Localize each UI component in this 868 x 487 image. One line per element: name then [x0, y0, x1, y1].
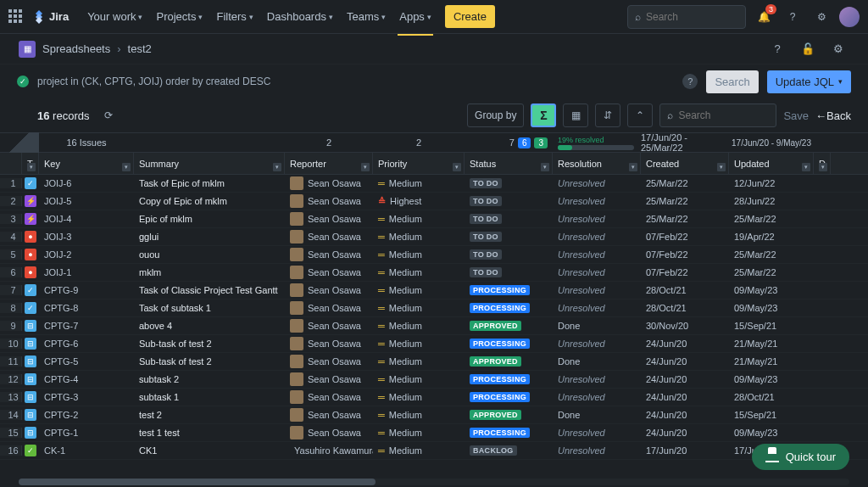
breadcrumb-page[interactable]: test2 [128, 42, 152, 55]
table-row[interactable]: 7✓CPTG-9Task of Classic Project Test Gan… [0, 282, 868, 299]
collapse-icon[interactable]: ⌃ [627, 104, 653, 127]
issue-key[interactable]: CPTG-2 [39, 410, 134, 420]
nav-apps[interactable]: Apps▾ [394, 5, 437, 28]
issue-key[interactable]: JOIJ-4 [39, 214, 134, 224]
summary[interactable]: Copy of Epic of mklm [134, 196, 285, 206]
issue-key[interactable]: CPTG-1 [39, 428, 134, 438]
summary[interactable]: test 2 [134, 410, 285, 420]
summary[interactable]: Task of subtask 1 [134, 303, 285, 313]
issue-key[interactable]: JOIJ-6 [39, 178, 134, 188]
issue-key[interactable]: CPTG-9 [39, 285, 134, 295]
lock-icon[interactable]: 🔓 [797, 38, 819, 60]
col-resolution[interactable]: Resolution▾ [553, 153, 641, 174]
table-row[interactable]: 6●JOIJ-1mklmSean Osawa═MediumTO DOUnreso… [0, 264, 868, 282]
chevron-down-icon[interactable]: ▾ [453, 163, 461, 171]
col-priority[interactable]: Priority▾ [373, 153, 465, 174]
issue-key[interactable]: CK-1 [39, 445, 134, 456]
jira-logo[interactable]: Jira [32, 10, 69, 24]
col-d[interactable]: D▾ [814, 153, 831, 174]
table-search-input[interactable] [678, 109, 769, 121]
summary[interactable]: subtask 1 [134, 392, 285, 402]
quick-tour-button[interactable]: Quick tour [752, 444, 849, 470]
issue-key[interactable]: JOIJ-3 [39, 232, 134, 242]
nav-projects[interactable]: Projects▾ [151, 5, 208, 28]
issue-key[interactable]: CPTG-3 [39, 392, 134, 402]
settings-icon[interactable]: ⚙ [810, 6, 832, 28]
col-status[interactable]: Status▾ [465, 153, 553, 174]
global-search-input[interactable] [646, 11, 738, 23]
help-icon[interactable]: ? [782, 6, 804, 28]
nav-your-work[interactable]: Your work▾ [82, 5, 147, 28]
col-updated[interactable]: Updated▾ [729, 153, 814, 174]
global-search[interactable]: ⌕ [627, 5, 746, 29]
back-button[interactable]: ← Back [815, 109, 851, 122]
table-row[interactable]: 5●JOIJ-2ououSean Osawa═MediumTO DOUnreso… [0, 246, 868, 264]
horizontal-scrollbar[interactable] [19, 479, 849, 485]
grid-view-icon[interactable]: ▦ [563, 104, 588, 127]
create-button[interactable]: Create [445, 5, 495, 28]
table-row[interactable]: 15⊟CPTG-1test 1 testSean Osawa═MediumPRO… [0, 424, 868, 442]
issue-key[interactable]: CPTG-6 [39, 339, 134, 349]
summary[interactable]: gglui [134, 232, 285, 242]
notifications-icon[interactable]: 🔔3 [753, 6, 775, 28]
summary[interactable]: subtask 2 [134, 374, 285, 384]
table-row[interactable]: 11⊟CPTG-5Sub-task of test 2Sean Osawa═Me… [0, 353, 868, 371]
table-row[interactable]: 3⚡JOIJ-4Epic of mklmSean Osawa═MediumTO … [0, 210, 868, 228]
issue-key[interactable]: JOIJ-5 [39, 196, 134, 206]
search-button[interactable]: Search [706, 70, 758, 93]
table-row[interactable]: 13⊟CPTG-3subtask 1Sean Osawa═MediumPROCE… [0, 389, 868, 406]
breadcrumb-space[interactable]: Spreadsheets [42, 42, 110, 55]
table-row[interactable]: 4●JOIJ-3ggluiSean Osawa═MediumTO DOUnres… [0, 228, 868, 246]
jql-query[interactable]: project in (CK, CPTG, JOIJ) order by cre… [37, 76, 674, 87]
table-row[interactable]: 14⊟CPTG-2test 2Sean Osawa═MediumAPPROVED… [0, 406, 868, 424]
chevron-down-icon[interactable]: ▾ [122, 163, 131, 171]
summary[interactable]: ouou [134, 249, 285, 260]
table-row[interactable]: 12⊟CPTG-4subtask 2Sean Osawa═MediumPROCE… [0, 371, 868, 389]
chevron-down-icon[interactable]: ▾ [273, 163, 281, 171]
table-row[interactable]: 9⊟CPTG-7above 4Sean Osawa═MediumAPPROVED… [0, 317, 868, 335]
summary[interactable]: above 4 [134, 321, 285, 331]
chevron-down-icon[interactable]: ▾ [361, 163, 370, 171]
summary[interactable]: Sub-task of test 2 [134, 339, 285, 349]
sigma-button[interactable]: Σ [531, 104, 556, 127]
nav-dashboards[interactable]: Dashboards▾ [262, 5, 338, 28]
update-jql-button[interactable]: Update JQL▾ [767, 70, 851, 93]
table-row[interactable]: 10⊟CPTG-6Sub-task of test 2Sean Osawa═Me… [0, 335, 868, 353]
col-reporter[interactable]: Reporter▾ [285, 153, 373, 174]
issue-key[interactable]: CPTG-8 [39, 303, 134, 313]
table-row[interactable]: 16✓CK-1CK1Yasuhiro Kawamura═MediumBACKLO… [0, 442, 868, 460]
issue-key[interactable]: JOIJ-2 [39, 249, 134, 260]
nav-teams[interactable]: Teams▾ [342, 5, 391, 28]
summary[interactable]: test 1 test [134, 428, 285, 438]
app-switcher-icon[interactable] [8, 9, 24, 25]
table-row[interactable]: 8✓CPTG-8Task of subtask 1Sean Osawa═Medi… [0, 299, 868, 317]
issue-key[interactable]: CPTG-7 [39, 321, 134, 331]
summary[interactable]: CK1 [134, 445, 285, 456]
summary[interactable]: Epic of mklm [134, 214, 285, 224]
table-row[interactable]: 2⚡JOIJ-5Copy of Epic of mklmSean Osawa≙H… [0, 193, 868, 210]
issue-key[interactable]: CPTG-4 [39, 374, 134, 384]
table-row[interactable]: 1✓JOIJ-6Task of Epic of mklmSean Osawa═M… [0, 175, 868, 193]
summary[interactable]: Task of Epic of mklm [134, 178, 285, 188]
summary[interactable]: Sub-task of test 2 [134, 356, 285, 367]
chevron-down-icon[interactable]: ▾ [27, 163, 36, 171]
chevron-down-icon[interactable]: ▾ [541, 163, 549, 171]
group-by-button[interactable]: Group by [467, 104, 524, 127]
issue-key[interactable]: JOIJ-1 [39, 267, 134, 277]
page-settings-icon[interactable]: ⚙ [827, 38, 849, 60]
col-t[interactable]: T▾ [22, 153, 39, 174]
chevron-down-icon[interactable]: ▾ [819, 163, 827, 171]
col-created[interactable]: Created▾ [641, 153, 729, 174]
nav-filters[interactable]: Filters▾ [211, 5, 258, 28]
issue-key[interactable]: CPTG-5 [39, 356, 134, 367]
col-key[interactable]: Key▾ [39, 153, 134, 174]
save-button[interactable]: Save [783, 109, 809, 122]
help-page-icon[interactable]: ? [766, 38, 788, 60]
summary[interactable]: mklm [134, 267, 285, 277]
col-summary[interactable]: Summary▾ [134, 153, 285, 174]
chevron-down-icon[interactable]: ▾ [629, 163, 637, 171]
summary[interactable]: Task of Classic Project Test Gantt [134, 285, 285, 295]
table-search[interactable]: ⌕ [659, 104, 776, 127]
chevron-down-icon[interactable]: ▾ [717, 163, 726, 171]
jql-help-icon[interactable]: ? [682, 74, 698, 89]
